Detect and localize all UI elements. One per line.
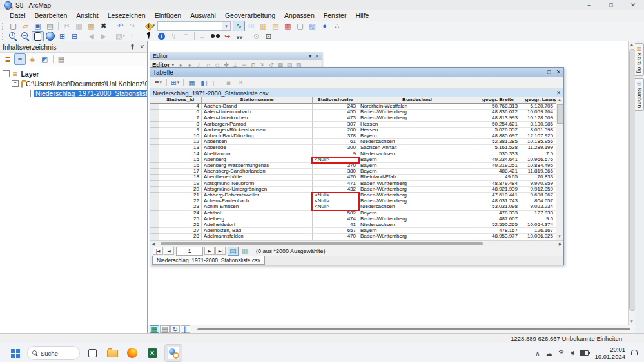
catalog-dock-tab[interactable]: ▥ Katalog	[635, 43, 644, 76]
cell-stations-id[interactable]: 22	[159, 198, 202, 204]
notification-bell-icon[interactable]	[631, 350, 638, 355]
cell-bundesland[interactable]: Bayern	[358, 169, 476, 175]
taskbar-search-box[interactable]: Suche	[27, 346, 80, 360]
maximize-button[interactable]: □	[600, 0, 622, 10]
cell-stationshoehe[interactable]: 432	[313, 187, 358, 193]
undo-button[interactable]: ↶	[114, 21, 126, 32]
toc-options-button[interactable]: ▤	[55, 53, 67, 65]
cell-stationsname[interactable]: Abenberg	[202, 157, 313, 163]
cell-stations-id[interactable]: 6	[159, 110, 202, 115]
cell-geogr-breite[interactable]: 48.631.743	[476, 198, 520, 204]
scroll-left-icon[interactable]: ◀	[150, 242, 157, 246]
cell-stationshoehe[interactable]: 307	[313, 122, 358, 128]
row-selector[interactable]	[150, 128, 159, 133]
show-all-records-button[interactable]: ▤	[228, 247, 239, 256]
row-selector[interactable]	[150, 228, 159, 234]
cell-stations-id[interactable]: 19	[159, 181, 202, 187]
cell-stations-id[interactable]: 7	[159, 115, 202, 121]
row-selector[interactable]	[150, 139, 159, 145]
cell-stations-id[interactable]: 16	[159, 163, 202, 169]
arcmap-taskbar-button[interactable]	[164, 344, 182, 362]
cell-stations-id[interactable]: 8	[159, 122, 202, 128]
modelbuilder-button[interactable]: ∴	[331, 21, 343, 32]
collapse-icon[interactable]: −	[12, 80, 19, 87]
cell-bundesland[interactable]: Baden-Württemberg	[358, 234, 476, 240]
task-view-button[interactable]	[84, 345, 100, 361]
cell-bundesland[interactable]: Bayern	[358, 163, 476, 169]
row-selector[interactable]	[150, 115, 159, 121]
cell-bundesland[interactable]: Baden-Württemberg	[358, 198, 476, 204]
column-header-geogr-breite[interactable]: geogr. Breite	[476, 97, 520, 104]
cell-bundesland[interactable]: Bayern	[358, 133, 476, 139]
table-vertical-scrollbar[interactable]: ▲ ▼	[556, 97, 563, 240]
select-features-button[interactable]: ▧▾	[114, 31, 126, 42]
editor-dropdown-icon[interactable]: ▾	[309, 53, 311, 59]
row-selector[interactable]	[150, 204, 159, 210]
cell-stationshoehe[interactable]: 370	[313, 163, 358, 169]
row-selector[interactable]	[150, 104, 159, 110]
cell-geogr-breite[interactable]: 53.031.098	[476, 204, 520, 210]
cell-bundesland[interactable]: Baden-Württemberg	[358, 216, 476, 222]
minimize-button[interactable]: –	[578, 0, 600, 10]
menu-anpassen[interactable]: Anpassen	[280, 11, 319, 21]
cell-geogr-breite[interactable]: 52.381.385	[476, 139, 520, 145]
print-button[interactable]: ▤	[44, 21, 56, 32]
cell-stationsname[interactable]: Aalen-Unterrombach	[202, 110, 313, 115]
arctoolbox-button[interactable]: ▦	[282, 21, 294, 32]
related-tables-button[interactable]: ⊞▾	[169, 77, 181, 88]
show-selected-records-button[interactable]: ▥	[240, 247, 251, 256]
editor-close-icon[interactable]: ✕	[315, 53, 319, 59]
scale-combo[interactable]: ▾	[157, 21, 231, 31]
cell-stations-id[interactable]: 13	[159, 145, 202, 151]
cell-stationsname[interactable]: Aarbergen-Panrod	[202, 122, 313, 128]
menu-lesezeichen[interactable]: Lesezeichen	[103, 11, 150, 21]
menu-fenster[interactable]: Fenster	[319, 11, 351, 21]
cell-stations-id[interactable]: 23	[159, 204, 202, 210]
toolbar-grip[interactable]	[2, 33, 5, 40]
cell-stations-id[interactable]: 27	[159, 228, 202, 234]
arccatalog-button[interactable]: ▤	[269, 21, 282, 32]
toc-root-layer[interactable]: Layer	[21, 70, 39, 78]
fixed-zoom-in-button[interactable]: ⊞	[56, 31, 68, 42]
cell-stationsname[interactable]: Adelheidsdorf	[202, 222, 313, 228]
paste-button[interactable]: ▦	[85, 21, 97, 32]
row-selector[interactable]	[150, 175, 159, 180]
cell-stationshoehe[interactable]: 41	[313, 222, 358, 228]
cell-stations-id[interactable]: 14	[159, 151, 202, 157]
cell-stationshoehe[interactable]: 471	[313, 181, 358, 187]
cell-geogr-breite[interactable]: 535.333	[476, 151, 520, 157]
cell-stationshoehe[interactable]: 420	[313, 175, 358, 180]
redo-button[interactable]: ↷	[126, 21, 139, 32]
cell-stationsname[interactable]: Adelmannsfelden	[202, 234, 313, 240]
data-view-button[interactable]: ▦	[150, 325, 159, 333]
pan-button[interactable]	[32, 31, 44, 42]
cell-bundesland[interactable]: Baden-Württemberg	[358, 187, 476, 193]
first-record-button[interactable]: |◀	[153, 247, 163, 255]
last-record-button[interactable]: ▶|	[215, 247, 226, 255]
table-options-button[interactable]: ≡▾	[152, 77, 164, 88]
cell-bundesland[interactable]: Hessen	[358, 128, 476, 133]
cell-geogr-breite[interactable]: 48.885.697	[476, 133, 520, 139]
toc-group-path[interactable]: C:\Users\User\Documents\Uni Koblenz\GIS\…	[26, 80, 147, 88]
cell-stationsname[interactable]: Adelholzen, Bad	[202, 228, 313, 234]
row-selector[interactable]	[150, 145, 159, 151]
scroll-up-icon[interactable]: ▲	[556, 97, 563, 104]
cell-bundesland[interactable]: Niedersachsen	[358, 222, 476, 228]
hyperlink-button[interactable]: ↯	[168, 31, 180, 42]
cell-bundesland[interactable]: Baden-Württemberg	[358, 193, 476, 198]
menu-hilfe[interactable]: Hilfe	[351, 11, 373, 21]
current-record-input[interactable]	[176, 247, 203, 256]
find-button[interactable]	[209, 31, 221, 42]
row-selector[interactable]	[150, 122, 159, 128]
toc-close-icon[interactable]: ✕	[139, 44, 144, 50]
row-selector[interactable]	[150, 234, 159, 240]
cell-stationshoehe[interactable]: 582	[313, 211, 358, 216]
row-selector[interactable]	[150, 222, 159, 228]
cell-stationsname[interactable]: Abberode	[202, 145, 313, 151]
clear-selection-button[interactable]: ▢	[210, 77, 222, 88]
cell-stationsname[interactable]: Achberg-Doberatsweiler	[202, 193, 313, 198]
row-selector[interactable]	[150, 181, 159, 187]
next-record-button[interactable]: ▶	[204, 247, 215, 255]
clear-selected-features-button[interactable]: ▫	[126, 31, 139, 42]
wifi-icon[interactable]	[558, 350, 565, 356]
